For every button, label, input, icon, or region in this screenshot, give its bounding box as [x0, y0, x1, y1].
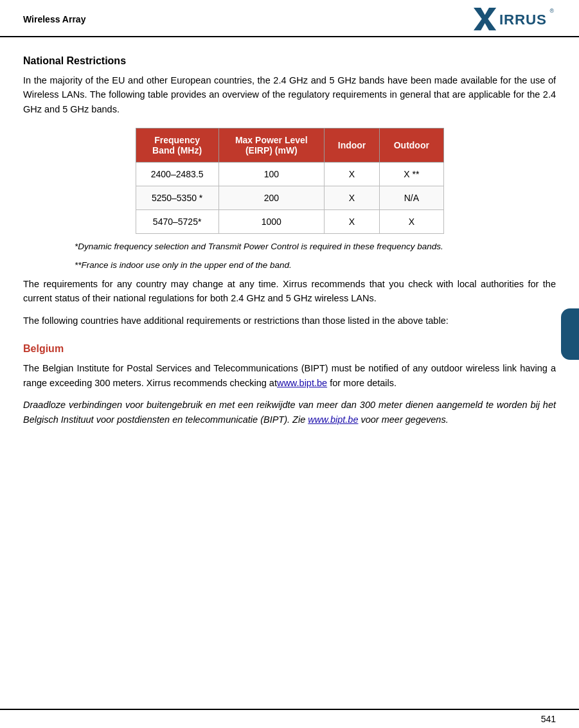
table-cell: 5250–5350 *: [136, 186, 218, 210]
page-number: 541: [541, 714, 556, 724]
notes-block: *Dynamic frequency selection and Transmi…: [75, 240, 517, 272]
table-cell: X: [324, 163, 379, 186]
frequency-table: FrequencyBand (MHz) Max Power Level(EIRP…: [136, 128, 444, 234]
table-cell: X: [380, 210, 443, 234]
body-para-1: The requirements for any country may cha…: [23, 277, 556, 306]
svg-marker-0: [474, 8, 496, 30]
table-row: 5250–5350 *200XN/A: [136, 186, 443, 210]
svg-text:IRRUS: IRRUS: [499, 12, 547, 28]
belgium-para-2-end: voor meer gegevens.: [358, 414, 448, 425]
page-footer: 541: [0, 709, 579, 728]
note-1: *Dynamic frequency selection and Transmi…: [75, 240, 517, 253]
table-row: 2400–2483.5100XX **: [136, 163, 443, 186]
main-content: National Restrictions In the majority of…: [0, 37, 579, 473]
table-cell: 100: [218, 163, 324, 186]
bipt-link-1[interactable]: www.bipt.be: [277, 378, 327, 388]
table-cell: N/A: [380, 186, 443, 210]
table-cell: 1000: [218, 210, 324, 234]
belgium-para-2: Draadloze verbindingen voor buitengebrui…: [23, 398, 556, 427]
table-cell: X: [324, 186, 379, 210]
table-cell: X **: [380, 163, 443, 186]
col-header-indoor: Indoor: [324, 129, 379, 163]
col-header-power: Max Power Level(EIRP) (mW): [218, 129, 324, 163]
belgium-para-1-end: for more details.: [327, 378, 396, 388]
page-header: Wireless Array IRRUS ®: [0, 0, 579, 37]
table-cell: 5470–5725*: [136, 210, 218, 234]
belgium-heading: Belgium: [23, 343, 556, 355]
svg-text:®: ®: [549, 8, 554, 14]
belgium-para-2-text: Draadloze verbindingen voor buitengebrui…: [23, 400, 556, 424]
table-cell: 2400–2483.5: [136, 163, 218, 186]
col-header-frequency: FrequencyBand (MHz): [136, 129, 218, 163]
app-title: Wireless Array: [23, 14, 85, 24]
section-heading: National Restrictions: [23, 55, 556, 67]
frequency-table-container: FrequencyBand (MHz) Max Power Level(EIRP…: [23, 128, 556, 234]
table-cell: X: [324, 210, 379, 234]
table-row: 5470–5725*1000XX: [136, 210, 443, 234]
belgium-para-1: The Belgian Institute for Postal Service…: [23, 361, 556, 390]
body-para-2: The following countries have additional …: [23, 314, 556, 328]
bipt-link-2[interactable]: www.bipt.be: [308, 414, 358, 425]
intro-paragraph: In the majority of the EU and other Euro…: [23, 73, 556, 116]
side-tab: [561, 308, 579, 360]
col-header-outdoor: Outdoor: [380, 129, 443, 163]
logo: IRRUS ®: [474, 8, 556, 31]
note-2: **France is indoor use only in the upper…: [75, 259, 517, 272]
table-cell: 200: [218, 186, 324, 210]
xirrus-logo-svg: IRRUS ®: [474, 8, 556, 31]
